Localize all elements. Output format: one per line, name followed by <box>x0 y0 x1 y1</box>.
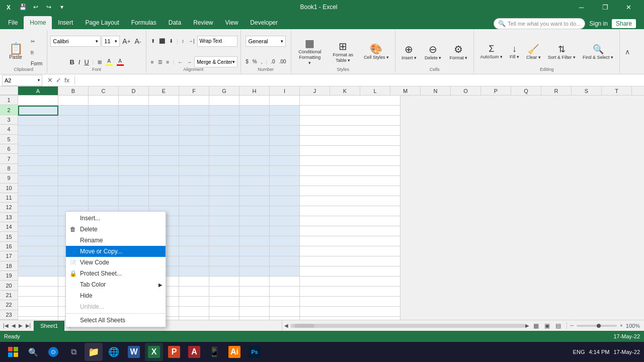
taskbar-excel[interactable]: X <box>145 343 163 361</box>
cell-I15[interactable] <box>270 236 300 246</box>
cell-F20[interactable] <box>179 287 209 297</box>
taskbar-edge[interactable]: 🌐 <box>105 343 123 361</box>
cell-J18[interactable] <box>300 266 400 277</box>
cell-A9[interactable] <box>18 176 58 186</box>
cell-J6[interactable] <box>300 146 400 156</box>
cell-H13[interactable] <box>239 216 270 226</box>
col-header-M[interactable]: M <box>390 86 421 95</box>
zoom-in-button[interactable]: + <box>620 323 623 328</box>
row-header-4[interactable]: 4 <box>0 125 18 134</box>
cell-I7[interactable] <box>270 156 300 166</box>
clear-button[interactable]: 🧹 Clear ▾ <box>523 37 544 67</box>
col-header-B[interactable]: B <box>58 86 89 95</box>
row-header-16[interactable]: 16 <box>0 242 18 251</box>
cell-I3[interactable] <box>270 116 300 126</box>
cell-I18[interactable] <box>270 266 300 277</box>
cell-F13[interactable] <box>179 216 209 226</box>
page-break-view-button[interactable]: ▤ <box>553 321 564 330</box>
cell-G23[interactable] <box>209 317 239 320</box>
cell-C8[interactable] <box>89 166 119 176</box>
delete-button[interactable]: ⊖ Delete ▾ <box>422 37 445 67</box>
cell-H12[interactable] <box>239 206 270 216</box>
collapse-ribbon-button[interactable]: ∧ <box>623 48 632 56</box>
merge-center-button[interactable]: Merge & Center ▾ <box>194 56 237 67</box>
cell-D11[interactable] <box>119 196 149 206</box>
cell-I11[interactable] <box>270 196 300 206</box>
undo-qat-button[interactable]: ↩ <box>30 2 41 13</box>
cell-E9[interactable] <box>149 176 179 186</box>
cell-I19[interactable] <box>270 277 300 287</box>
cell-B7[interactable] <box>58 156 89 166</box>
format-button[interactable]: ⚙ Format ▾ <box>446 37 470 67</box>
cell-B2[interactable] <box>58 106 89 116</box>
row-header-21[interactable]: 21 <box>0 291 18 300</box>
row-header-2[interactable]: 2 <box>0 105 18 115</box>
cell-B6[interactable] <box>58 146 89 156</box>
customize-qat-button[interactable]: ▾ <box>56 2 67 13</box>
col-header-I[interactable]: I <box>270 86 300 95</box>
cell-G14[interactable] <box>209 226 239 236</box>
cell-D2[interactable] <box>119 106 149 116</box>
cell-C2[interactable] <box>89 106 119 116</box>
sort-filter-button[interactable]: ⇅ Sort & Filter ▾ <box>545 37 579 67</box>
cell-I2[interactable] <box>270 106 300 116</box>
col-header-T[interactable]: T <box>602 86 632 95</box>
decimal-increase-button[interactable]: .0 <box>269 57 276 67</box>
taskbar-start-button[interactable] <box>4 343 22 361</box>
underline-button[interactable]: U <box>83 57 90 67</box>
font-increase-button[interactable]: A+ <box>121 36 132 46</box>
row-header-14[interactable]: 14 <box>0 222 18 232</box>
share-button[interactable]: Share <box>612 19 636 28</box>
row-header-18[interactable]: 18 <box>0 261 18 271</box>
cell-A14[interactable] <box>18 226 58 236</box>
cell-G3[interactable] <box>209 116 239 126</box>
row-header-12[interactable]: 12 <box>0 203 18 212</box>
cell-H23[interactable] <box>239 317 270 320</box>
redo-qat-button[interactable]: ↪ <box>43 2 54 13</box>
cell-J21[interactable] <box>300 297 400 307</box>
cell-F22[interactable] <box>179 307 209 317</box>
cell-I10[interactable] <box>270 186 300 196</box>
cell-A23[interactable] <box>18 317 58 320</box>
cell-E10[interactable] <box>149 186 179 196</box>
decimal-decrease-button[interactable]: .00 <box>278 57 288 67</box>
col-header-D[interactable]: D <box>119 86 149 95</box>
cell-J4[interactable] <box>300 126 400 136</box>
align-left-button[interactable]: ≡ <box>149 57 155 67</box>
col-header-F[interactable]: F <box>179 86 209 95</box>
fill-button[interactable]: ↓ Fill ▾ <box>507 37 522 67</box>
cell-E1[interactable] <box>149 96 179 106</box>
cancel-formula-button[interactable]: ✕ <box>46 76 54 84</box>
name-box[interactable]: A2 ▾ <box>2 75 42 86</box>
cell-F16[interactable] <box>179 246 209 256</box>
font-size-dropdown[interactable]: 11 ▾ <box>102 36 120 47</box>
cell-J14[interactable] <box>300 226 400 236</box>
percent-button[interactable]: % <box>251 57 259 67</box>
cell-I9[interactable] <box>270 176 300 186</box>
format-as-table-button[interactable]: ⊞ Format as Table ▾ <box>328 37 359 67</box>
cell-H10[interactable] <box>239 186 270 196</box>
cell-A18[interactable] <box>18 266 58 277</box>
cell-J2[interactable] <box>300 106 400 116</box>
cell-A21[interactable] <box>18 297 58 307</box>
cell-B1[interactable] <box>58 96 89 106</box>
cell-J13[interactable] <box>300 216 400 226</box>
cell-F21[interactable] <box>179 297 209 307</box>
sheet-nav-last[interactable]: ▶| <box>25 322 32 329</box>
hscroll-left[interactable]: ◀ <box>284 323 290 328</box>
zoom-out-button[interactable]: ─ <box>570 323 574 328</box>
taskbar-search-button[interactable]: 🔍 <box>24 343 42 361</box>
cell-H11[interactable] <box>239 196 270 206</box>
cell-I1[interactable] <box>270 96 300 106</box>
row-header-17[interactable]: 17 <box>0 251 18 261</box>
insert-button[interactable]: ⊕ Insert ▾ <box>398 37 420 67</box>
sign-in-button[interactable]: Sign in <box>589 20 608 27</box>
tab-developer[interactable]: Developer <box>244 16 284 29</box>
cell-B3[interactable] <box>58 116 89 126</box>
col-header-R[interactable]: R <box>541 86 572 95</box>
cell-F4[interactable] <box>179 126 209 136</box>
cell-G11[interactable] <box>209 196 239 206</box>
cell-J11[interactable] <box>300 196 400 206</box>
col-header-A[interactable]: A <box>18 86 58 95</box>
cell-F14[interactable] <box>179 226 209 236</box>
